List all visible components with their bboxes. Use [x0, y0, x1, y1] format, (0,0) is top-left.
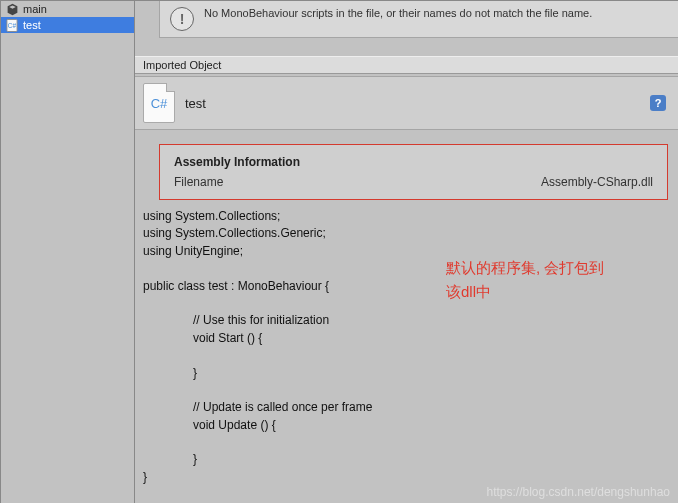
csharp-file-icon: C# — [143, 83, 175, 123]
object-header: C# test ? — [135, 76, 678, 130]
warning-text: No MonoBehaviour scripts in the file, or… — [204, 7, 592, 19]
sidebar-item-label: main — [23, 3, 47, 15]
section-title: Imported Object — [143, 59, 221, 71]
source-code: using System.Collections; using System.C… — [135, 200, 678, 494]
assembly-info-box: Assembly Information Filename Assembly-C… — [159, 144, 668, 200]
annotation-text: 默认的程序集, 会打包到 该dll中 — [446, 256, 604, 304]
object-name: test — [185, 96, 640, 111]
sidebar-item-test[interactable]: C# test — [1, 17, 134, 33]
imported-object-header[interactable]: Imported Object — [135, 56, 678, 74]
warning-box: ! No MonoBehaviour scripts in the file, … — [159, 1, 678, 38]
svg-text:C#: C# — [8, 22, 17, 29]
object-icon — [5, 2, 19, 16]
inspector-main: ! No MonoBehaviour scripts in the file, … — [135, 1, 678, 503]
assembly-filename-value: Assembly-CSharp.dll — [541, 175, 653, 189]
assembly-filename-row: Filename Assembly-CSharp.dll — [174, 175, 653, 189]
watermark: https://blog.csdn.net/dengshunhao — [487, 485, 670, 499]
sidebar-item-main[interactable]: main — [1, 1, 134, 17]
assembly-filename-label: Filename — [174, 175, 223, 189]
warning-icon: ! — [170, 7, 194, 31]
sidebar-item-label: test — [23, 19, 41, 31]
help-icon[interactable]: ? — [650, 95, 666, 111]
assembly-info-title: Assembly Information — [174, 155, 653, 169]
hierarchy-sidebar: main C# test — [1, 1, 135, 503]
script-icon: C# — [5, 18, 19, 32]
